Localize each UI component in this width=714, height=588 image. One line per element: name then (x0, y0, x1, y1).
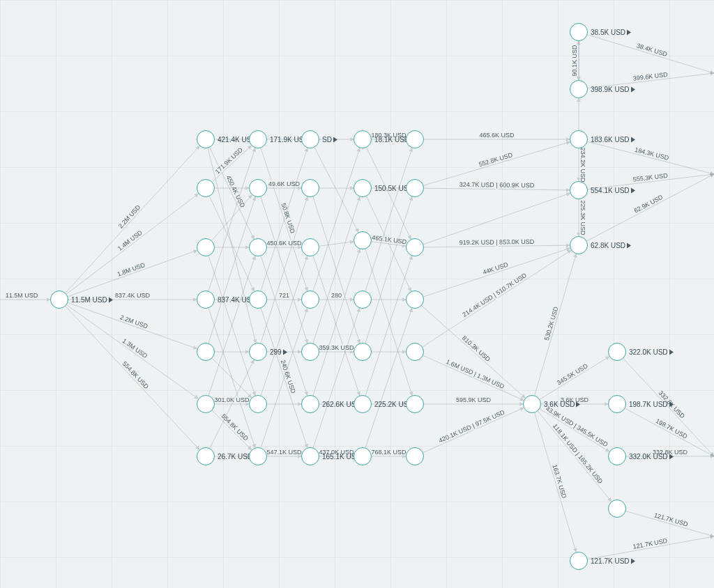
graph-node[interactable] (301, 447, 319, 465)
graph-node[interactable] (570, 181, 588, 199)
graph-node[interactable] (406, 130, 424, 148)
graph-node[interactable] (249, 447, 267, 465)
graph-node[interactable] (406, 395, 424, 413)
graph-node[interactable] (406, 291, 424, 309)
graph-node[interactable] (406, 343, 424, 361)
graph-node[interactable] (249, 179, 267, 197)
graph-node[interactable] (249, 291, 267, 309)
graph-node[interactable] (249, 343, 267, 361)
graph-node[interactable] (570, 80, 588, 98)
graph-node[interactable] (608, 447, 626, 465)
graph-node[interactable] (570, 23, 588, 41)
graph-node[interactable] (249, 130, 267, 148)
graph-node[interactable] (354, 231, 372, 249)
graph-node[interactable] (197, 395, 215, 413)
graph-node[interactable] (197, 291, 215, 309)
graph-node[interactable] (354, 130, 372, 148)
graph-node[interactable] (197, 130, 215, 148)
graph-node[interactable] (608, 395, 626, 413)
graph-node[interactable] (354, 291, 372, 309)
graph-node[interactable] (301, 179, 319, 197)
graph-node[interactable] (301, 395, 319, 413)
graph-node[interactable] (608, 500, 626, 518)
graph-node[interactable] (197, 179, 215, 197)
graph-node[interactable] (406, 447, 424, 465)
graph-node[interactable] (50, 291, 68, 309)
graph-node[interactable] (406, 238, 424, 256)
graph-node[interactable] (354, 179, 372, 197)
graph-node[interactable] (301, 343, 319, 361)
graph-node[interactable] (523, 395, 541, 413)
graph-node[interactable] (354, 343, 372, 361)
graph-node[interactable] (197, 238, 215, 256)
graph-node[interactable] (570, 130, 588, 148)
graph-node[interactable] (301, 238, 319, 256)
graph-node[interactable] (197, 447, 215, 465)
graph-node[interactable] (354, 395, 372, 413)
graph-node[interactable] (570, 552, 588, 570)
graph-node[interactable] (608, 343, 626, 361)
graph-node[interactable] (197, 343, 215, 361)
graph-node[interactable] (570, 236, 588, 254)
graph-node[interactable] (249, 238, 267, 256)
graph-node[interactable] (249, 395, 267, 413)
graph-node[interactable] (354, 447, 372, 465)
graph-node[interactable] (301, 291, 319, 309)
graph-node[interactable] (406, 179, 424, 197)
graph-node[interactable] (301, 130, 319, 148)
